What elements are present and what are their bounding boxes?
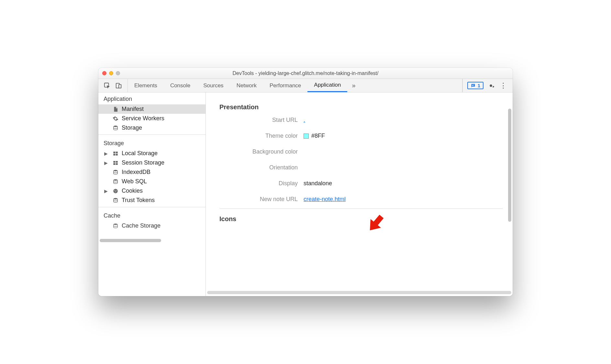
window-title: DevTools - yielding-large-chef.glitch.me… (98, 70, 513, 76)
sidebar-item-label: Local Storage (122, 150, 158, 157)
file-icon (113, 106, 118, 112)
svg-rect-4 (472, 85, 473, 86)
row-background-color: Background color (219, 148, 503, 155)
svg-point-16 (113, 189, 118, 193)
tab-console[interactable]: Console (164, 79, 197, 92)
row-display: Display standalone (219, 180, 503, 187)
svg-rect-3 (472, 85, 474, 85)
tab-elements[interactable]: Elements (128, 79, 164, 92)
label-new-note-url: New note URL (219, 196, 304, 203)
sidebar-item-indexeddb[interactable]: IndexedDB (98, 167, 206, 177)
sidebar-scroll[interactable]: Application Manifest Service Workers (98, 92, 206, 237)
label-theme-color: Theme color (219, 133, 304, 139)
label-start-url: Start URL (219, 117, 304, 123)
grid-icon (113, 160, 118, 166)
disclosure-triangle-icon[interactable]: ▶ (104, 151, 108, 156)
svg-rect-2 (119, 84, 121, 88)
sidebar-horizontal-scrollbar[interactable] (98, 237, 206, 244)
disclosure-triangle-icon[interactable]: ▶ (104, 160, 108, 166)
tab-network[interactable]: Network (230, 79, 263, 92)
database-icon (113, 179, 118, 185)
svg-point-21 (114, 223, 117, 225)
sidebar-item-trust-tokens[interactable]: Trust Tokens (98, 196, 206, 205)
tab-sources[interactable]: Sources (197, 79, 230, 92)
sidebar-item-storage-overview[interactable]: Storage (98, 123, 206, 133)
svg-rect-6 (113, 152, 115, 153)
sidebar-item-service-workers[interactable]: Service Workers (98, 114, 206, 123)
more-options-button[interactable]: ⋮ (498, 81, 508, 90)
grid-icon (113, 151, 118, 156)
settings-button[interactable] (487, 82, 494, 89)
tabs-overflow-button[interactable]: » (347, 82, 360, 89)
svg-point-18 (116, 190, 117, 191)
svg-rect-7 (116, 152, 118, 153)
traffic-lights (102, 71, 120, 75)
inspect-element-icon[interactable] (104, 82, 111, 89)
database-icon (113, 223, 118, 229)
section-title-icons: Icons (219, 215, 503, 223)
devtools-window: DevTools - yielding-large-chef.glitch.me… (98, 68, 513, 296)
main-scroll[interactable]: Presentation Start URL . Theme color #8F… (206, 92, 513, 289)
zoom-window-button[interactable] (116, 71, 120, 75)
sidebar-group-storage: Storage (98, 137, 206, 149)
value-start-url[interactable]: . (304, 117, 305, 123)
gear-icon (487, 82, 494, 89)
main-vertical-scrollbar[interactable] (508, 109, 511, 222)
sidebar: Application Manifest Service Workers (98, 92, 206, 296)
content-area: Application Manifest Service Workers (98, 92, 513, 296)
main-panel: Presentation Start URL . Theme color #8F… (206, 92, 513, 296)
tabs-container: Elements Console Sources Network Perform… (128, 79, 347, 92)
sidebar-item-manifest[interactable]: Manifest (98, 104, 206, 114)
sidebar-item-local-storage[interactable]: ▶ Local Storage (98, 149, 206, 158)
section-divider (219, 209, 503, 209)
disclosure-triangle-icon[interactable]: ▶ (104, 188, 108, 194)
sidebar-item-label: IndexedDB (122, 169, 150, 176)
svg-point-20 (114, 198, 117, 199)
svg-rect-10 (113, 161, 115, 163)
value-new-note-url[interactable]: create-note.html (304, 196, 346, 203)
svg-point-17 (115, 190, 115, 190)
svg-point-14 (114, 170, 117, 171)
sidebar-item-label: Service Workers (122, 115, 164, 122)
sidebar-item-label: Storage (122, 124, 142, 131)
message-icon (471, 83, 476, 88)
value-theme-color: #8FF (311, 133, 325, 139)
window-titlebar: DevTools - yielding-large-chef.glitch.me… (98, 68, 513, 79)
svg-rect-12 (113, 163, 115, 165)
sidebar-item-websql[interactable]: Web SQL (98, 177, 206, 186)
minimize-window-button[interactable] (109, 71, 113, 75)
section-title-presentation: Presentation (219, 103, 503, 111)
issues-count: 1 (478, 83, 480, 88)
sidebar-group-cache: Cache (98, 209, 206, 221)
database-icon (113, 125, 118, 131)
label-background-color: Background color (219, 148, 304, 155)
gear-icon (113, 116, 118, 122)
svg-point-5 (114, 125, 117, 127)
label-orientation: Orientation (219, 164, 304, 171)
theme-color-swatch (304, 134, 309, 139)
sidebar-item-session-storage[interactable]: ▶ Session Storage (98, 158, 206, 167)
svg-rect-11 (116, 161, 118, 163)
row-new-note-url: New note URL create-note.html (219, 196, 503, 203)
row-theme-color: Theme color #8FF (219, 133, 503, 139)
sidebar-item-cache-storage[interactable]: Cache Storage (98, 221, 206, 230)
tab-application[interactable]: Application (307, 79, 347, 92)
device-toolbar-icon[interactable] (115, 82, 122, 89)
sidebar-item-label: Session Storage (122, 159, 164, 166)
database-icon (113, 169, 118, 175)
issues-badge[interactable]: 1 (467, 82, 483, 89)
row-start-url: Start URL . (219, 117, 503, 123)
sidebar-item-label: Cache Storage (122, 222, 161, 229)
svg-rect-8 (113, 154, 115, 155)
sidebar-group-application: Application (98, 92, 206, 104)
cookie-icon (113, 188, 118, 194)
sidebar-item-cookies[interactable]: ▶ Cookies (98, 186, 206, 196)
database-icon (113, 198, 118, 203)
svg-point-15 (114, 179, 117, 181)
label-display: Display (219, 180, 304, 187)
sidebar-item-label: Web SQL (122, 178, 147, 185)
tab-performance[interactable]: Performance (263, 79, 307, 92)
main-horizontal-scrollbar[interactable] (206, 289, 513, 296)
close-window-button[interactable] (102, 71, 106, 75)
devtools-tabbar: Elements Console Sources Network Perform… (98, 79, 513, 92)
